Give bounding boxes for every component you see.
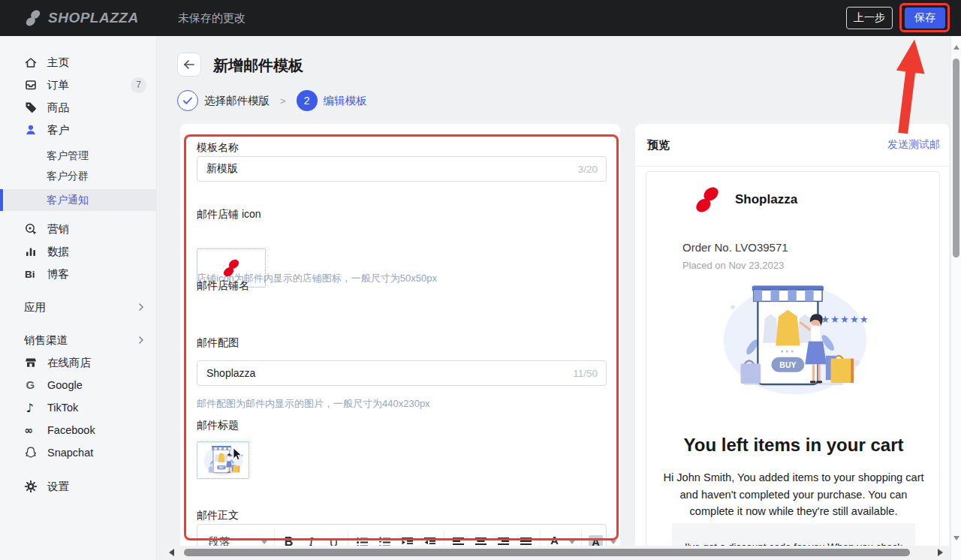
back-arrow-icon — [183, 59, 195, 70]
sidebar-section-apps[interactable]: 应用 — [0, 296, 156, 318]
template-name-field: 3/20 — [197, 156, 607, 182]
store-name-text: Shoplazza — [735, 192, 797, 207]
sidebar-item-label: 客户分群 — [47, 170, 89, 183]
sidebar-item-tiktok[interactable]: ♪ TikTok — [0, 396, 156, 419]
sidebar-item-customer-notifications[interactable]: 客户通知 — [0, 189, 156, 211]
meta-icon: ∞ — [24, 423, 38, 437]
sidebar-section-label: 销售渠道 — [24, 333, 68, 348]
template-edit-form: 模板名称 3/20 邮件店铺 icon 店铺icon为邮件内显示的店铺图标，一般… — [180, 124, 620, 560]
shoplazza-logo[interactable]: SHOPLAZZA — [24, 0, 139, 36]
sidebar-item-label: Facebook — [47, 424, 95, 436]
scroll-right-arrow[interactable] — [938, 549, 943, 556]
char-counter: 11/50 — [573, 368, 598, 379]
sidebar-item-customer-segments[interactable]: 客户分群 — [0, 166, 156, 186]
step2-label[interactable]: 编辑模板 — [324, 94, 367, 108]
sidebar-item-label: 主页 — [47, 56, 69, 70]
sidebar-item-label: 营销 — [47, 222, 69, 236]
previous-step-button[interactable]: 上一步 — [846, 7, 893, 29]
order-date-text: Placed on Nov 23,2023 — [682, 260, 784, 271]
chevron-right-icon — [137, 303, 145, 311]
sidebar-item-label: Google — [47, 379, 83, 391]
step2-number[interactable]: 2 — [297, 90, 318, 111]
email-heading: You left items in your cart — [646, 435, 940, 456]
email-brand-row: Shoplazza — [693, 184, 797, 215]
send-test-email-link[interactable]: 发送测试邮 — [887, 138, 940, 152]
template-name-label: 模板名称 — [197, 141, 607, 155]
scroll-down-arrow[interactable] — [953, 536, 959, 540]
store-name-label: 邮件店铺名 — [197, 279, 607, 293]
chevron-down-icon — [610, 540, 616, 544]
step-indicator: 选择邮件模版 > 2 编辑模板 — [177, 90, 367, 111]
horizontal-scrollbar-thumb[interactable] — [184, 549, 910, 556]
sidebar-item-orders[interactable]: 订单 7 — [0, 74, 156, 96]
template-name-input[interactable] — [197, 156, 607, 182]
chevron-right-icon — [137, 336, 145, 344]
store-icon-label: 邮件店铺 icon — [197, 208, 607, 221]
store-name-input[interactable] — [197, 360, 607, 386]
svg-text:♪: ♪ — [26, 401, 34, 414]
shoplazza-admin-app: SHOPLAZZA 未保存的更改 上一步 保存 主页 订单 7 商品 客户 客户… — [0, 0, 961, 560]
sidebar-item-marketing[interactable]: 营销 — [0, 218, 156, 240]
back-button[interactable] — [177, 53, 201, 77]
sidebar-item-label: 商品 — [47, 101, 69, 115]
email-image-upload[interactable] — [197, 441, 249, 479]
order-number-text: Order No. LVO39571 — [682, 241, 788, 254]
storefront-icon — [24, 356, 38, 369]
sidebar-item-online-store[interactable]: 在线商店 — [0, 351, 156, 374]
vertical-scrollbar[interactable] — [950, 36, 961, 560]
save-button[interactable]: 保存 — [905, 8, 945, 29]
sidebar-section-label: 应用 — [24, 300, 46, 315]
scroll-left-arrow[interactable] — [169, 549, 174, 556]
sidebar-item-customers[interactable]: 客户 — [0, 119, 156, 141]
sidebar-item-label: 数据 — [47, 245, 69, 259]
orders-count-badge: 7 — [131, 77, 146, 93]
shoplazza-logo-icon — [24, 9, 42, 27]
body-label: 邮件正文 — [197, 509, 607, 522]
sidebar-item-analytics[interactable]: 数据 — [0, 240, 156, 263]
home-icon — [24, 56, 38, 69]
char-counter: 3/20 — [578, 164, 598, 175]
step1-check-icon[interactable] — [177, 90, 198, 111]
sidebar-item-snapchat[interactable]: Snapchat — [0, 441, 156, 464]
email-preview-body: Shoplazza Order No. LVO39571 Placed on N… — [646, 171, 940, 560]
svg-text:∞: ∞ — [25, 424, 34, 436]
sidebar-item-home[interactable]: 主页 — [0, 51, 156, 74]
orders-icon — [24, 78, 38, 92]
sidebar-item-customer-management[interactable]: 客户管理 — [0, 146, 156, 166]
preview-header: 预览 发送测试邮 — [635, 124, 949, 167]
vertical-scrollbar-thumb[interactable] — [953, 59, 959, 257]
cursor-icon — [233, 448, 243, 461]
topbar: SHOPLAZZA 未保存的更改 上一步 保存 — [0, 0, 961, 36]
horizontal-scrollbar[interactable] — [161, 546, 950, 560]
chevron-down-icon — [569, 540, 575, 544]
sidebar-item-label: 客户 — [47, 123, 69, 137]
sidebar-item-label: 博客 — [47, 267, 69, 282]
marketing-icon — [24, 222, 38, 236]
sidebar-item-products[interactable]: 商品 — [0, 96, 156, 119]
store-logo-image — [693, 184, 722, 215]
sidebar-item-label: 在线商店 — [47, 356, 91, 370]
email-image-hint: 邮件配图为邮件内显示的图片，一般尺寸为440x230px — [197, 397, 607, 411]
sidebar-item-label: 客户管理 — [47, 149, 89, 163]
bar-chart-icon — [24, 245, 38, 258]
chevron-down-icon — [261, 540, 267, 544]
shoplazza-logo-text: SHOPLAZZA — [48, 10, 139, 26]
sidebar-item-label: 客户通知 — [47, 194, 89, 207]
sidebar-item-google[interactable]: G Google — [0, 374, 156, 396]
sidebar-item-label: TikTok — [47, 402, 78, 414]
store-name-field: 11/50 — [197, 360, 607, 386]
customer-icon — [24, 123, 38, 137]
preview-title: 预览 — [647, 138, 670, 152]
sidebar-item-blog[interactable]: Bi 博客 — [0, 263, 156, 285]
sidebar-item-settings[interactable]: 设置 — [0, 475, 156, 498]
tiktok-icon: ♪ — [24, 401, 38, 414]
scroll-up-arrow[interactable] — [953, 45, 959, 50]
snapchat-ghost-icon — [24, 446, 38, 459]
step1-label[interactable]: 选择邮件模版 — [204, 94, 270, 108]
sidebar-item-label: Snapchat — [47, 447, 93, 459]
sidebar-item-facebook[interactable]: ∞ Facebook — [0, 419, 156, 441]
sidebar-section-sales-channels[interactable]: 销售渠道 — [0, 329, 156, 351]
gear-icon — [24, 480, 38, 493]
tag-icon — [24, 101, 38, 114]
blog-icon: Bi — [24, 267, 38, 281]
